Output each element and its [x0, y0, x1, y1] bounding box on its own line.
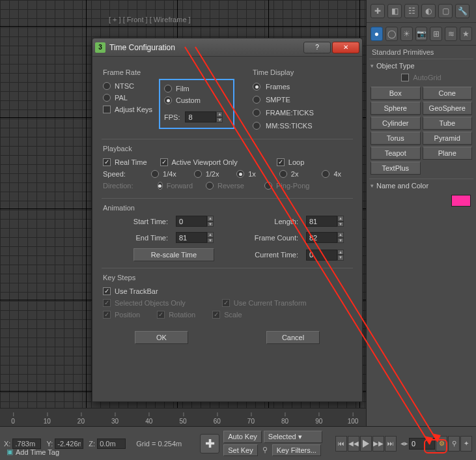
loop-checkbox[interactable]: Loop: [277, 158, 304, 166]
auto-key-button[interactable]: Auto Key: [223, 431, 262, 443]
lights-category-icon[interactable]: ☀: [400, 27, 413, 41]
playback-label: Playback: [103, 145, 352, 152]
end-time-spinner[interactable]: ▲▼: [176, 232, 232, 243]
key-steps-label: Key Steps: [103, 274, 352, 281]
fps-label: FPS:: [164, 113, 180, 121]
hierarchy-tab-icon[interactable]: ☷: [404, 4, 419, 18]
color-swatch[interactable]: [451, 195, 471, 207]
set-key-big-button[interactable]: ✚: [200, 434, 219, 453]
active-viewport-checkbox[interactable]: Active Viewport Only: [160, 158, 238, 166]
utilities-tab-icon[interactable]: 🔧: [455, 4, 469, 18]
z-coord: Z:: [89, 438, 126, 449]
fps-spinner[interactable]: ▲▼: [185, 111, 223, 122]
prim-torus[interactable]: Torus: [371, 132, 421, 145]
rescale-time-button[interactable]: Re-scale Time: [133, 248, 214, 261]
speed-14x[interactable]: 1/4x: [151, 170, 181, 178]
realtime-checkbox[interactable]: Real Time: [103, 158, 147, 166]
cube-icon[interactable]: ▣: [7, 448, 13, 456]
z-input[interactable]: [97, 438, 126, 449]
speed-2x[interactable]: 2x: [279, 170, 309, 178]
goto-end-button[interactable]: ⏭: [385, 436, 397, 452]
viewport-label[interactable]: [ + ] [ Front ] [ Wireframe ]: [109, 16, 191, 23]
length-spinner[interactable]: ▲▼: [306, 216, 362, 227]
create-tab-icon[interactable]: ✚: [371, 4, 385, 18]
prim-tube[interactable]: Tube: [423, 117, 473, 130]
name-and-color-rollout[interactable]: Name and Color: [369, 179, 473, 192]
ntsc-radio[interactable]: NTSC: [103, 80, 159, 92]
isolate-icon[interactable]: ⚲: [448, 436, 460, 452]
animation-label: Animation: [103, 204, 352, 212]
animation-group: Animation Start Time: ▲▼ Length: ▲▼ End …: [102, 198, 353, 268]
add-time-tag[interactable]: Add Time Tag: [16, 448, 59, 456]
play-button[interactable]: [360, 436, 372, 452]
geometry-category-icon[interactable]: ●: [371, 27, 383, 41]
tick-70: 70: [247, 418, 255, 425]
prim-sphere[interactable]: Sphere: [371, 102, 421, 115]
prim-plane[interactable]: Plane: [423, 147, 473, 160]
help-button[interactable]: ?: [303, 42, 331, 53]
tick-30: 30: [111, 418, 119, 425]
time-config-button[interactable]: ⚙: [436, 436, 447, 452]
cameras-category-icon[interactable]: 📷: [415, 27, 428, 41]
spacewarps-category-icon[interactable]: ≋: [445, 27, 457, 41]
goto-start-button[interactable]: ⏮: [335, 436, 347, 452]
current-time-input[interactable]: [306, 250, 337, 261]
fps-up[interactable]: ▲: [216, 111, 223, 117]
dir-forward: Forward: [158, 182, 193, 190]
cancel-button[interactable]: Cancel: [266, 331, 320, 344]
titlebar[interactable]: 3 Time Configuration ? ✕: [92, 38, 362, 57]
tick-50: 50: [179, 418, 186, 425]
end-time-input[interactable]: [176, 232, 207, 243]
current-frame-input[interactable]: [409, 438, 435, 450]
prim-textplus[interactable]: TextPlus: [371, 162, 421, 175]
fps-input[interactable]: [185, 111, 216, 122]
prim-teapot[interactable]: Teapot: [371, 147, 421, 160]
set-key-button[interactable]: Set Key: [223, 444, 258, 456]
prim-cone[interactable]: Cone: [423, 87, 473, 100]
pal-radio[interactable]: PAL: [103, 92, 159, 104]
use-trackbar-checkbox[interactable]: Use TrackBar: [103, 287, 158, 295]
frame-step-icon[interactable]: ◂▸: [400, 439, 408, 448]
smpte-radio[interactable]: SMPTE: [253, 93, 352, 106]
close-button[interactable]: ✕: [332, 42, 359, 53]
frame-ticks-radio[interactable]: FRAME:TICKS: [253, 106, 352, 119]
prim-geosphere[interactable]: GeoSphere: [423, 102, 473, 115]
object-type-rollout[interactable]: Object Type: [369, 59, 473, 72]
fps-down[interactable]: ▼: [216, 117, 223, 123]
dir-reverse: Reverse: [206, 182, 251, 190]
prim-box[interactable]: Box: [371, 87, 421, 100]
shapes-category-icon[interactable]: ◯: [385, 27, 398, 41]
display-tab-icon[interactable]: ▢: [438, 4, 453, 18]
start-time-input[interactable]: [176, 216, 207, 227]
speed-4x[interactable]: 4x: [322, 170, 352, 178]
tick-40: 40: [145, 418, 152, 425]
speed-12x[interactable]: 1/2x: [194, 170, 224, 178]
prev-frame-button[interactable]: ◀◀: [348, 436, 359, 452]
frames-radio[interactable]: Frames: [253, 80, 352, 93]
ok-button[interactable]: OK: [135, 331, 188, 344]
key-mode-icon[interactable]: ⚲: [260, 444, 270, 456]
speed-1x[interactable]: 1x: [236, 170, 266, 178]
start-time-spinner[interactable]: ▲▼: [176, 216, 232, 227]
selection-set-dropdown[interactable]: Selected ▾: [264, 431, 322, 443]
primitives-dropdown[interactable]: Standard Primitives: [367, 46, 476, 59]
adjust-keys-checkbox[interactable]: Adjust Keys: [103, 104, 159, 115]
motion-tab-icon[interactable]: ◐: [421, 4, 436, 18]
helpers-category-icon[interactable]: ⊞: [430, 27, 442, 41]
film-radio[interactable]: Film: [164, 83, 229, 94]
custom-radio[interactable]: Custom: [164, 94, 229, 106]
walk-icon[interactable]: ✦: [460, 436, 472, 452]
frame-count-input[interactable]: [306, 232, 337, 243]
systems-category-icon[interactable]: ★: [460, 27, 472, 41]
prim-cylinder[interactable]: Cylinder: [371, 117, 421, 130]
prim-pyramid[interactable]: Pyramid: [423, 132, 473, 145]
modify-tab-icon[interactable]: ◧: [387, 4, 402, 18]
time-slider[interactable]: 0102030405060708090100: [0, 408, 366, 426]
mmssticks-radio[interactable]: MM:SS:TICKS: [253, 119, 352, 132]
current-time-spinner[interactable]: ▲▼: [306, 250, 362, 261]
autogrid-checkbox[interactable]: AutoGrid: [369, 72, 473, 84]
key-filters-button[interactable]: Key Filters...: [272, 444, 321, 456]
length-input[interactable]: [306, 216, 337, 227]
frame-count-spinner[interactable]: ▲▼: [306, 232, 362, 243]
next-frame-button[interactable]: ▶▶: [372, 436, 384, 452]
